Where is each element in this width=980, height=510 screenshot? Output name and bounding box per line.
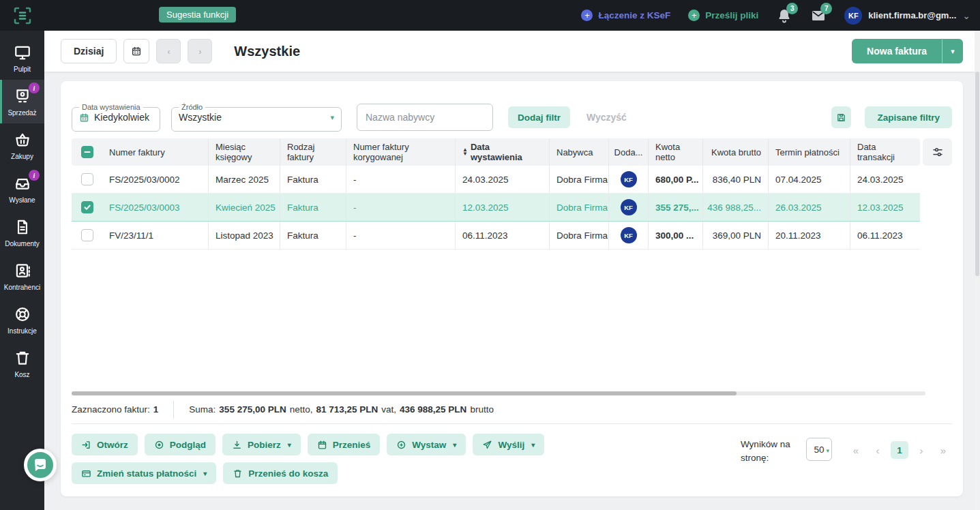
sidebar-item-kosz[interactable]: Kosz <box>0 342 44 385</box>
sum-vat: 81 713,25 PLN <box>316 404 378 415</box>
selection-summary: Zaznaczono faktur: 1 Suma: 355 275,00 PL… <box>72 395 952 424</box>
col-net-amount[interactable]: Kwota netto <box>648 138 702 166</box>
sidebar-item-wyslane[interactable]: i Wysłane <box>0 167 44 211</box>
user-email: klient.firma.br@gm... <box>868 10 956 20</box>
col-issue-date[interactable]: ▲▼ Data wystawienia <box>455 138 549 166</box>
prev-page-button[interactable]: ‹ <box>869 441 887 459</box>
user-avatar: KF <box>844 7 862 25</box>
info-badge[interactable]: i <box>29 82 40 93</box>
vertical-scrollbar[interactable] <box>975 31 980 510</box>
calendar-button[interactable] <box>123 39 149 63</box>
col-buyer[interactable]: Nabywca <box>549 138 608 166</box>
row-checkbox[interactable] <box>81 201 93 213</box>
sidebar-item-label: Dokumenty <box>5 240 40 247</box>
move-to-trash-button[interactable]: Przenieś do kosza <box>223 462 338 484</box>
selected-count-label: Zaznaczono faktur: <box>72 404 150 415</box>
added-by-avatar: KF <box>621 227 637 243</box>
col-gross-amount[interactable]: Kwota brutto <box>702 138 768 166</box>
sidebar-item-label: Kontrahenci <box>4 284 40 291</box>
vertical-scrollbar-thumb[interactable] <box>975 72 979 276</box>
preview-icon <box>154 440 164 450</box>
sidebar-item-dokumenty[interactable]: Dokumenty <box>0 211 44 254</box>
sidebar-item-pulpit[interactable]: Pulpit <box>0 36 44 80</box>
suggestion-badge[interactable]: Sugestia funkcji <box>159 7 236 22</box>
ksef-link[interactable]: + Łączenie z KSeF <box>581 10 670 21</box>
upload-files-link[interactable]: + Prześlij pliki <box>688 10 758 21</box>
monitor-icon <box>14 44 31 61</box>
change-payment-status-button[interactable]: Zmień status płatności ▾ <box>72 462 216 484</box>
invoice-list-card: Data wystawienia Kiedykolwiek Źródło Wsz… <box>61 81 963 496</box>
row-checkbox[interactable] <box>81 229 93 241</box>
source-filter-select[interactable]: Źródło Wszystkie ▾ <box>171 103 342 132</box>
per-page-select[interactable]: 50 ▾ <box>806 438 832 461</box>
table-body: FS/2025/03/0002 Marzec 2025 Faktura - 24… <box>72 166 952 250</box>
plus-circle-icon: + <box>581 10 593 21</box>
move-button[interactable]: Przenieś <box>308 434 381 455</box>
issue-button[interactable]: Wystaw ▾ <box>387 434 466 455</box>
sidebar-item-sprzedaz[interactable]: i Sprzedaż <box>0 80 44 123</box>
next-page-button[interactable]: › <box>912 441 930 459</box>
save-icon <box>836 112 846 123</box>
per-page-label: Wyników na stronę: <box>741 438 797 464</box>
download-icon <box>232 440 242 450</box>
user-menu[interactable]: KF klient.firma.br@gm... ⌄ <box>844 7 970 25</box>
invoice-number-cell[interactable]: FS/2025/03/0002 <box>102 166 208 193</box>
app-logo-icon[interactable] <box>12 5 33 26</box>
caret-down-icon: ▾ <box>288 441 291 449</box>
paper-plane-icon <box>482 440 492 450</box>
chat-launcher-button[interactable] <box>24 449 57 481</box>
col-transaction-date[interactable]: Data transakcji <box>850 138 920 166</box>
sidebar-item-kontrahenci[interactable]: Kontrahenci <box>0 254 44 298</box>
page-title: Wszystkie <box>234 44 300 59</box>
issue-date-filter[interactable]: Data wystawienia Kiedykolwiek <box>72 103 160 132</box>
col-invoice-number[interactable]: Numer faktury <box>102 138 208 166</box>
table-header-row: Numer faktury Miesiąc księgowy Rodzaj fa… <box>72 138 920 166</box>
messages-button[interactable]: 7 <box>810 7 827 24</box>
col-due-date[interactable]: Termin płatności <box>768 138 850 166</box>
main-area: Dzisiaj ‹ › Wszystkie Nowa faktura ▾ Dat… <box>44 31 980 510</box>
table-row[interactable]: FS/2025/03/0002 Marzec 2025 Faktura - 24… <box>72 166 920 194</box>
trash-icon <box>233 468 243 479</box>
preview-button[interactable]: Podgląd <box>145 434 216 455</box>
send-button[interactable]: Wyślij ▾ <box>473 434 544 455</box>
calendar-icon <box>79 112 89 123</box>
last-page-button[interactable]: » <box>934 441 952 459</box>
next-period-button[interactable]: › <box>188 39 212 63</box>
column-settings-button[interactable] <box>923 138 952 166</box>
col-corrected-number[interactable]: Numer faktury korygowanej <box>346 138 455 166</box>
prev-period-button[interactable]: ‹ <box>156 39 181 63</box>
sidebar-item-zakupy[interactable]: Zakupy <box>0 123 44 167</box>
new-invoice-label[interactable]: Nowa faktura <box>852 39 942 63</box>
row-checkbox[interactable] <box>81 173 93 185</box>
current-page-button[interactable]: 1 <box>891 441 908 459</box>
sidebar-item-label: Wysłane <box>9 196 35 204</box>
sidebar-item-label: Sprzedaż <box>8 109 36 117</box>
save-filter-button[interactable] <box>831 106 851 128</box>
invoice-number-cell[interactable]: FV/23/11/1 <box>102 222 208 249</box>
open-button[interactable]: Otwórz <box>72 434 138 455</box>
caret-down-icon[interactable]: ▾ <box>942 39 963 63</box>
credit-card-icon <box>81 468 91 479</box>
col-accounting-month[interactable]: Miesiąc księgowy <box>208 138 280 166</box>
col-added-by[interactable]: Doda... <box>608 138 648 166</box>
buyer-name-input[interactable] <box>357 104 493 131</box>
download-button[interactable]: Pobierz ▾ <box>222 434 301 455</box>
sidebar-item-label: Instrukcje <box>8 327 37 335</box>
sidebar-item-instrukcje[interactable]: Instrukcje <box>0 298 44 342</box>
table-row-selected[interactable]: FS/2025/03/0003 Kwiecień 2025 Faktura - … <box>72 194 920 222</box>
saved-filters-button[interactable]: Zapisane filtry <box>865 106 952 128</box>
col-invoice-kind[interactable]: Rodzaj faktury <box>280 138 346 166</box>
notifications-button[interactable]: 3 <box>776 7 792 24</box>
sum-net: 355 275,00 PLN <box>219 404 286 415</box>
basket-icon <box>14 131 31 149</box>
info-badge[interactable]: i <box>29 170 40 181</box>
table-row[interactable]: FV/23/11/1 Listopad 2023 Faktura - 06.11… <box>72 222 920 250</box>
clear-filters-button[interactable]: Wyczyść <box>586 112 627 123</box>
today-button[interactable]: Dzisiaj <box>61 39 117 63</box>
add-filter-button[interactable]: Dodaj filtr <box>508 106 570 128</box>
first-page-button[interactable]: « <box>847 441 865 459</box>
trash-icon <box>14 349 31 367</box>
invoice-number-cell[interactable]: FS/2025/03/0003 <box>102 194 208 221</box>
new-invoice-button[interactable]: Nowa faktura ▾ <box>852 39 963 63</box>
select-all-checkbox[interactable] <box>81 146 93 158</box>
